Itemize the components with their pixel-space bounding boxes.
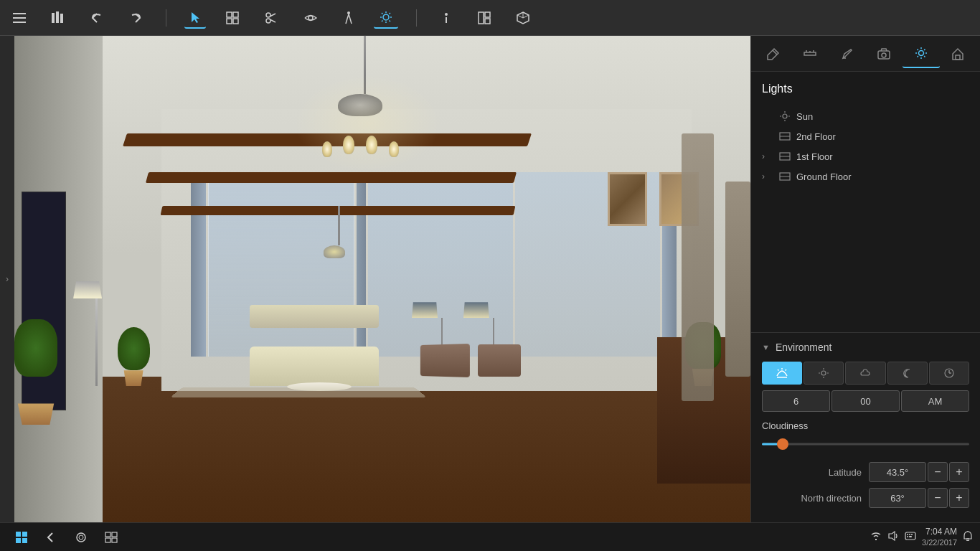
svg-rect-84 [112,538,117,542]
scissors-icon[interactable] [259,8,283,28]
light-item-sun[interactable]: Sun [762,106,969,126]
right-panel-icon-bar [751,36,980,72]
left-panel-toggle[interactable]: › [0,36,14,522]
walk-icon[interactable] [338,8,359,28]
svg-rect-32 [485,12,490,17]
group-objects-icon[interactable] [220,8,245,28]
floor-lamp-left-pole [95,298,98,386]
svg-rect-33 [485,19,490,24]
svg-point-46 [918,50,923,55]
svg-line-25 [382,13,383,14]
latitude-input[interactable] [869,462,926,482]
eye-icon[interactable] [298,9,324,27]
sun-lighting-icon[interactable] [374,7,398,29]
time-cloudy-btn[interactable] [845,362,885,385]
coffee-table [287,382,352,391]
measure-icon[interactable] [792,39,829,68]
3d-viewport[interactable] [14,36,750,522]
chandelier-rod [364,36,366,94]
system-tray: 7:04 AM 3/22/2017 [870,527,973,548]
select-tool-icon[interactable] [184,7,206,29]
time-minute-box[interactable]: 00 [831,390,900,412]
time-sunny-btn[interactable] [804,362,844,385]
table-lamp-shade [412,302,438,318]
3d-cube-icon[interactable] [511,8,535,28]
environment-title: Environment [776,342,832,353]
system-clock[interactable]: 7:04 AM 3/22/2017 [922,527,957,548]
start-button[interactable] [7,527,36,548]
cortana-button[interactable] [68,527,94,548]
notification-icon[interactable] [963,530,973,544]
time-night-btn[interactable] [887,362,928,385]
cloudiness-slider[interactable] [762,437,969,451]
latitude-decrease-btn[interactable]: − [928,462,948,482]
camera-snap-icon[interactable] [866,39,903,68]
time-ampm-box[interactable]: AM [901,390,969,412]
info-icon[interactable] [435,8,458,28]
time-hour-box[interactable]: 6 [762,390,830,412]
house-view-icon[interactable] [940,39,977,68]
svg-line-17 [349,14,350,19]
draw-icon[interactable] [829,39,866,68]
latitude-increase-btn[interactable]: + [949,462,969,482]
environment-header[interactable]: ▼ Environment [762,342,969,353]
back-nav-button[interactable] [38,527,64,548]
top-toolbar [0,0,980,36]
svg-rect-3 [52,13,55,23]
hamburger-menu-icon[interactable] [7,9,32,27]
cloudiness-label: Cloudiness [762,420,969,431]
svg-rect-82 [112,532,117,537]
floor-1st-icon [779,151,791,162]
floor-2nd-icon [779,131,791,142]
svg-point-29 [445,13,448,16]
chandelier-arms [316,118,405,157]
plant-leaves [118,327,150,370]
taskbar: 7:04 AM 3/22/2017 [0,522,980,551]
windows-area [191,172,677,357]
svg-point-45 [882,53,886,57]
floor-lamp-left-shade [73,281,102,298]
toolbar-sep-1 [166,9,166,27]
beam-2 [146,172,517,183]
dining-chair-1 [682,133,714,401]
north-increase-btn[interactable]: + [949,488,969,508]
scene-container [14,36,750,522]
volume-tray-icon[interactable] [887,531,899,543]
keyboard-tray-icon[interactable] [905,531,916,542]
paint-tool-icon[interactable] [755,39,792,68]
svg-rect-55 [956,55,960,60]
svg-rect-2 [13,22,26,23]
north-direction-input[interactable] [869,488,926,508]
svg-point-79 [77,533,85,542]
svg-rect-8 [227,19,232,24]
layout-icon[interactable] [472,8,496,28]
main-area: › [0,36,980,522]
sun-active-icon[interactable] [903,39,940,68]
time-custom-btn[interactable] [929,362,969,385]
svg-line-69 [786,369,787,371]
light-item-2nd-floor[interactable]: 2nd Floor [762,126,969,146]
svg-point-20 [383,14,389,20]
light-item-ground-floor[interactable]: › Ground Floor [762,166,969,187]
undo-icon[interactable] [85,8,109,28]
svg-point-71 [821,371,826,375]
slider-thumb[interactable] [777,438,788,450]
svg-point-15 [347,11,350,14]
dining-chair-2 [725,182,750,376]
north-decrease-btn[interactable]: − [928,488,948,508]
redo-icon[interactable] [123,8,148,28]
task-view-button[interactable] [98,527,124,548]
svg-line-68 [778,369,779,371]
svg-line-18 [346,19,347,24]
bulb-3 [366,136,377,154]
time-sunrise-btn[interactable] [762,362,802,385]
svg-rect-1 [13,17,26,19]
curtain-left-edge [191,172,205,357]
pendant-rod [338,206,340,245]
armchair-1 [420,344,470,377]
light-item-1st-floor[interactable]: › 1st Floor [762,146,969,166]
bulb-2 [343,136,354,154]
library-icon[interactable] [46,8,70,28]
network-tray-icon[interactable] [870,531,882,542]
svg-rect-9 [233,19,238,24]
